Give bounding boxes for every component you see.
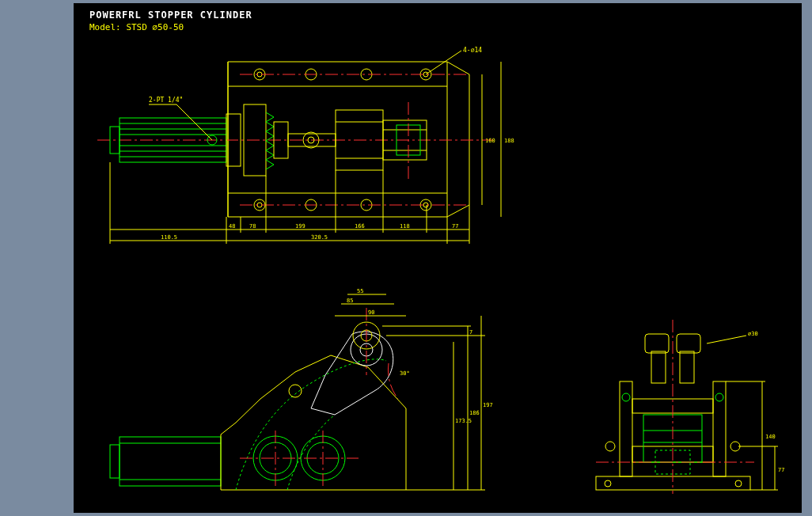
svg-line-41	[426, 51, 461, 74]
dim-173: 173.5	[455, 418, 472, 424]
dim-85: 85	[347, 298, 353, 304]
svg-rect-57	[120, 437, 221, 486]
svg-line-104	[707, 336, 746, 343]
dim-h140: 140	[765, 434, 776, 440]
svg-point-95	[715, 393, 723, 401]
side-view: 30° 85 90 55 7 173.5 186 197	[110, 288, 493, 490]
dim-199: 199	[295, 223, 305, 230]
dim-angle: 30°	[400, 370, 410, 377]
dim-48: 48	[229, 223, 235, 230]
dim-roller-d: ⌀30	[748, 331, 758, 337]
dim-h77: 77	[778, 467, 784, 473]
dim-118: 118	[400, 223, 410, 230]
dim-55: 55	[357, 288, 363, 294]
svg-rect-96	[651, 351, 666, 383]
port-callout: 2-PT 1/4"	[149, 97, 183, 104]
svg-rect-60	[110, 445, 120, 478]
dim-90: 90	[368, 309, 374, 316]
dim-320: 320.5	[311, 234, 328, 241]
svg-point-92	[605, 442, 615, 451]
hole-callout: 4-⌀14	[463, 47, 482, 54]
svg-point-103	[735, 480, 742, 487]
svg-rect-99	[677, 334, 700, 353]
dim-77: 77	[452, 223, 458, 230]
dim-166: 166	[355, 223, 365, 230]
cad-canvas: 4-⌀14 2-PT 1/4" 160 188	[74, 3, 802, 513]
svg-point-94	[622, 393, 630, 401]
end-view: ⌀30 140 77	[596, 320, 784, 494]
dim-110: 110.5	[161, 234, 177, 241]
dim-7: 7	[469, 329, 472, 336]
svg-point-102	[605, 480, 611, 487]
top-view: 4-⌀14 2-PT 1/4" 160 188	[97, 47, 514, 244]
dim-197: 197	[483, 402, 493, 408]
dim-chain-bottom: 110.5 48 78 199 166 118 77 320.5	[110, 162, 469, 244]
dim-v-188: 188	[504, 138, 514, 144]
dim-v-160: 160	[485, 138, 495, 144]
drawing-sheet: POWERFRL STOPPER CYLINDER Model: STSD ⌀5…	[74, 3, 802, 513]
svg-rect-98	[645, 334, 669, 353]
dim-186: 186	[469, 410, 480, 416]
dim-78: 78	[249, 223, 256, 230]
svg-rect-97	[680, 351, 694, 383]
